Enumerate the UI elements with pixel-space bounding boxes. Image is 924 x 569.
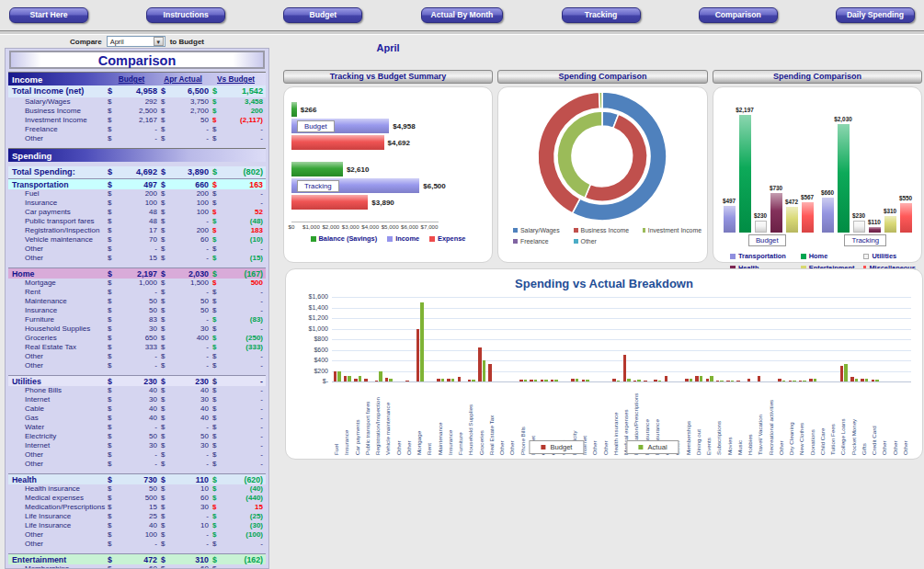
nav-button-tracking[interactable]: Tracking: [562, 7, 641, 23]
legend-swatch: [574, 228, 578, 233]
bar-actual: [658, 381, 662, 381]
category-slot-other: [394, 297, 405, 381]
x-tick: $2,000: [322, 223, 339, 230]
spending-section-header: Spending: [8, 148, 266, 162]
bar-budget: [623, 355, 627, 381]
table-row: Business Income$2,500$2,700$200: [8, 107, 266, 116]
category-label: Groceries: [477, 383, 487, 455]
legend-swatch: [429, 236, 435, 242]
bar-value-label: $230: [754, 212, 767, 219]
category-header-entertainment: Entertainment$472$310$(162): [8, 553, 266, 564]
table-row: Salary/Wages$292$3,750$3,458: [8, 97, 266, 107]
nav-button-budget[interactable]: Budget: [283, 7, 362, 23]
bar-actual: [359, 376, 362, 381]
compare-suffix: to Budget: [170, 38, 204, 46]
y-tick: $-: [290, 378, 328, 384]
table-row: Memberships$60$60$-: [8, 564, 266, 569]
bar-actual: [348, 376, 351, 381]
category-label: Other: [508, 383, 518, 455]
bar-budget: [344, 376, 348, 381]
bar-actual: [865, 379, 869, 381]
bar-actual: [814, 379, 817, 381]
bar-budget: [778, 379, 781, 381]
spending-bar-chart-header: Spending Comparison: [713, 70, 922, 84]
bar-value-label: $472: [785, 199, 798, 205]
bar-actual: [524, 380, 528, 381]
nav-button-start-here[interactable]: Start Here: [9, 7, 88, 23]
bar-actual: [472, 380, 475, 381]
bar-actual: [710, 376, 713, 381]
bar-actual: [534, 380, 538, 381]
legend-item-investment-income: Investment Income: [643, 227, 702, 233]
table-row: Internet$30$30$-: [8, 441, 266, 450]
x-tick: $0: [289, 223, 295, 230]
charts-area: April Tracking vs Budget Summary $266$4,…: [276, 35, 924, 569]
category-label: Maintenance: [436, 383, 446, 455]
month-dropdown[interactable]: April ▼: [107, 36, 165, 47]
table-row: Vehicle maintenance$70$60$(10): [8, 235, 266, 245]
bar-budget: [872, 380, 875, 381]
category-slot-gas: [549, 297, 559, 381]
table-row: Other$-$-$-: [8, 361, 266, 370]
bar-value-label: $660: [821, 189, 834, 196]
category-slot-other: [891, 297, 901, 381]
table-row: Other$-$-$-: [8, 352, 266, 361]
table-row: Total Spending:$4,692$3,890$(802): [8, 166, 266, 178]
category-slot-events: [704, 297, 714, 381]
table-row: Electricity$50$50$-: [8, 432, 266, 441]
bar-entertainment: [786, 207, 798, 233]
category-slot-life-insurance: [643, 297, 653, 381]
category-slot-medication-prescriptions: [632, 297, 642, 381]
category-label: Public transport fares: [363, 383, 373, 455]
bar-miscellaneous: [900, 203, 912, 233]
legend-item-salary-wages: Salary/Wages: [513, 227, 574, 233]
category-slot-movies: [725, 297, 736, 381]
bar-budget: [612, 379, 616, 381]
bar-budget: [695, 376, 699, 381]
bar-budget: [633, 381, 637, 381]
bar-value-label: $2,610: [347, 165, 369, 174]
table-row: Total Income (net)$4,958$6,500$1,542: [8, 85, 266, 97]
category-slot-life-insurance: [653, 297, 663, 381]
nav-button-daily-spending[interactable]: Daily Spending: [836, 7, 915, 23]
bar-budget: [571, 379, 575, 381]
breakdown-chart-card: Spending vs Actual Breakdown $-$200$400$…: [285, 268, 923, 460]
category-label: Insurance: [446, 383, 456, 455]
category-slot-vehicle-maintenance: [383, 297, 394, 381]
y-tick: $1,400: [290, 304, 328, 311]
bar-value-label: $6,500: [423, 182, 445, 190]
table-row: Other$-$-$-: [8, 134, 266, 143]
bar-actual: [379, 371, 382, 382]
category-slot-other: [601, 297, 611, 381]
category-label: Child Care: [818, 383, 828, 455]
nav-button-instructions[interactable]: Instructions: [146, 7, 225, 23]
nav-button-actual-by-month[interactable]: Actual By Month: [421, 7, 504, 23]
bar-budget: [665, 376, 668, 381]
group-label-budget: Budget: [748, 234, 786, 246]
bar-health: [770, 193, 782, 233]
bar-budget: [644, 381, 647, 381]
category-slot-other: [590, 297, 600, 381]
category-slot-donations: [808, 297, 818, 381]
legend-item-transportation: Transportation: [730, 252, 801, 260]
bar-value-label: $230: [852, 212, 865, 219]
bar-actual: [731, 381, 735, 381]
donut-chart: Salary/WagesBusiness IncomeInvestment In…: [498, 87, 707, 248]
category-label: Fuel: [332, 383, 342, 455]
bar-entertainment: [884, 216, 896, 233]
category-label: Pocket Money: [850, 383, 860, 455]
category-label: Memberships: [684, 383, 694, 455]
bar-transportation: [724, 206, 736, 233]
legend-swatch: [541, 445, 545, 450]
bar-budget: [706, 379, 710, 381]
bar-home: [739, 115, 751, 233]
bar-budget: [736, 381, 740, 381]
table-row: Registration/Inspection$17$200$183: [8, 226, 266, 235]
summary-legend: Balance (Savings)IncomeExpense: [291, 234, 485, 243]
table-row: Freelance$-$-$-: [8, 125, 266, 134]
chevron-down-icon[interactable]: ▼: [154, 37, 164, 46]
category-label: Music: [736, 383, 746, 455]
bar-actual: [483, 360, 486, 381]
bar-expense: [291, 135, 384, 150]
nav-button-comparison[interactable]: Comparison: [699, 7, 778, 23]
